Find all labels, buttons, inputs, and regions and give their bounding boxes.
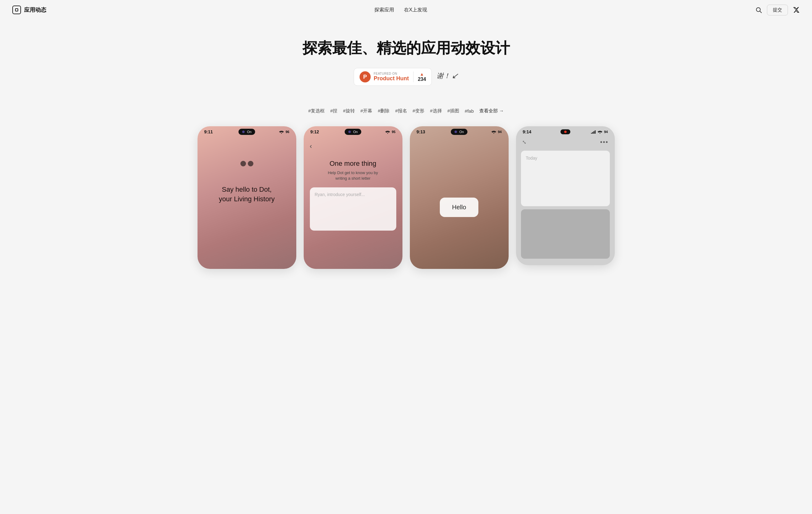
- phone4-note-area[interactable]: Today: [521, 151, 610, 206]
- phone-card-4[interactable]: 9:14 94 ⤡ •••: [516, 126, 615, 265]
- phone4-battery: 94: [604, 130, 608, 134]
- phone4-dots-menu[interactable]: •••: [600, 139, 608, 146]
- submit-button[interactable]: 提交: [767, 5, 788, 16]
- thanks-text: 谢！: [437, 71, 450, 81]
- phone4-wifi-icon: [598, 130, 603, 134]
- phone4-bottom-area: [521, 209, 610, 259]
- phone2-content: ‹ One more thing Help Dot get to know yo…: [304, 136, 402, 269]
- phone4-expand-icon[interactable]: ⤡: [522, 139, 526, 145]
- phone1-status-on: On: [247, 130, 252, 134]
- tag-delete[interactable]: #删除: [378, 108, 389, 114]
- thanks-curve-icon: ↙: [452, 71, 458, 81]
- phone1-title-line1: Say hello to Dot,: [222, 185, 271, 193]
- phone3-status-bar: 9:13 On 94: [410, 126, 509, 136]
- tag-illustration[interactable]: #插图: [447, 108, 459, 114]
- hero-thanks: 谢！ ↙: [437, 71, 458, 83]
- phone1-battery: 96: [286, 130, 289, 134]
- phone1-time: 9:11: [204, 130, 213, 134]
- tag-pinch[interactable]: #捏: [330, 108, 337, 114]
- phone-card-1[interactable]: 9:11 On 96 Say hello to Dot, yo: [198, 126, 296, 269]
- phone3-status-icons: 94: [491, 130, 501, 134]
- svg-rect-7: [593, 131, 594, 134]
- ph-text: FEATURED ON Product Hunt: [374, 72, 409, 82]
- svg-point-9: [600, 133, 601, 134]
- phone1-dots: [240, 161, 253, 166]
- logo-icon: [12, 5, 21, 14]
- nav-discover[interactable]: 在X上发现: [404, 7, 427, 13]
- logo-inner-box: [15, 8, 18, 11]
- ph-vote-count: 234: [418, 77, 426, 82]
- navbar: 应用动态 探索应用 在X上发现 提交: [0, 0, 812, 20]
- svg-point-2: [281, 133, 282, 134]
- tag-morph[interactable]: #变形: [413, 108, 424, 114]
- ph-votes: ▲ 234: [413, 72, 426, 82]
- nav-links: 探索应用 在X上发现: [374, 7, 427, 13]
- phone4-today-label: Today: [526, 155, 605, 161]
- phone2-status-icons: 95: [385, 130, 395, 134]
- ph-logo: P: [359, 71, 371, 82]
- phone1-status-icons: 96: [279, 130, 289, 134]
- logo-text: 应用动态: [24, 6, 46, 13]
- phone2-status-on: On: [353, 130, 358, 134]
- phone2-wifi-icon: [385, 130, 390, 134]
- phone3-pill-dot: [454, 131, 457, 133]
- phone1-pill-dot: [242, 131, 244, 133]
- twitter-link[interactable]: [793, 6, 800, 13]
- phone4-status-bar: 9:14 94: [516, 126, 615, 136]
- phone2-status-bar: 9:12 On 95: [304, 126, 402, 136]
- nav-explore[interactable]: 探索应用: [374, 7, 394, 13]
- ph-name: Product Hunt: [374, 75, 409, 82]
- hero-section: 探索最佳、精选的应用动效设计 P FEATURED ON Product Hun…: [0, 20, 812, 98]
- logo[interactable]: 应用动态: [12, 5, 46, 14]
- ph-arrow-icon: ▲: [420, 72, 424, 77]
- phone4-time: 9:14: [523, 130, 531, 134]
- twitter-icon: [793, 6, 800, 13]
- svg-point-3: [387, 133, 388, 134]
- tags-row: #复选框 #捏 #旋转 #开幕 #删除 #报名 #变形 #选择 #插图 #fab…: [0, 98, 812, 120]
- tag-fab[interactable]: #fab: [465, 108, 474, 114]
- phone2-placeholder: Ryan, introduce yourself...: [315, 192, 365, 197]
- phone4-topbar: ⤡ •••: [516, 136, 615, 148]
- view-all-link[interactable]: 查看全部 →: [479, 108, 504, 114]
- tag-select[interactable]: #选择: [430, 108, 442, 114]
- tag-signup[interactable]: #报名: [395, 108, 407, 114]
- search-icon: [755, 6, 762, 13]
- phone1-title: Say hello to Dot, your Living History: [219, 185, 275, 204]
- search-button[interactable]: [755, 6, 762, 13]
- phone2-subheading: Help Dot get to know you bywriting a sho…: [310, 170, 396, 181]
- svg-rect-8: [595, 130, 596, 134]
- tag-rotate[interactable]: #旋转: [343, 108, 355, 114]
- product-hunt-badge[interactable]: P FEATURED ON Product Hunt ▲ 234: [354, 68, 432, 86]
- phone3-content: Hello: [410, 136, 509, 269]
- phone1-status-bar: 9:11 On 96: [198, 126, 296, 136]
- phone2-back-button[interactable]: ‹: [310, 142, 312, 150]
- phone2-pill: On: [344, 129, 361, 135]
- svg-line-1: [760, 11, 761, 13]
- phone2-pill-dot: [348, 131, 351, 133]
- phone3-status-on: On: [459, 130, 464, 134]
- svg-rect-6: [592, 132, 593, 134]
- hero-title: 探索最佳、精选的应用动效设计: [6, 38, 806, 58]
- phone2-battery: 95: [392, 130, 395, 134]
- phone1-wifi-icon: [279, 130, 284, 134]
- phone3-pill: On: [451, 129, 468, 135]
- svg-rect-5: [591, 133, 592, 134]
- tag-checkbox[interactable]: #复选框: [308, 108, 325, 114]
- phone-card-3[interactable]: 9:13 On 94 Hello: [410, 126, 509, 269]
- nav-right-area: 提交: [755, 5, 800, 16]
- phone2-input-box[interactable]: Ryan, introduce yourself...: [310, 188, 396, 231]
- phone2-time: 9:12: [311, 130, 319, 134]
- phones-section: 9:11 On 96 Say hello to Dot, yo: [0, 120, 812, 281]
- phone1-dot-2: [248, 161, 253, 166]
- phone3-battery: 94: [498, 130, 501, 134]
- phone3-hello-card: Hello: [440, 198, 479, 217]
- phone4-pill-red-dot: [564, 131, 567, 133]
- tag-open[interactable]: #开幕: [360, 108, 372, 114]
- phone4-pill: [560, 130, 570, 134]
- svg-point-4: [493, 133, 494, 134]
- phone1-content: Say hello to Dot, your Living History: [198, 136, 296, 269]
- phone4-status-icons: 94: [591, 130, 608, 134]
- phone4-signal-icon: [591, 130, 596, 134]
- phone-card-2[interactable]: 9:12 On 95 ‹ One more thing Help Dot get…: [304, 126, 402, 269]
- phone2-heading: One more thing: [310, 160, 396, 168]
